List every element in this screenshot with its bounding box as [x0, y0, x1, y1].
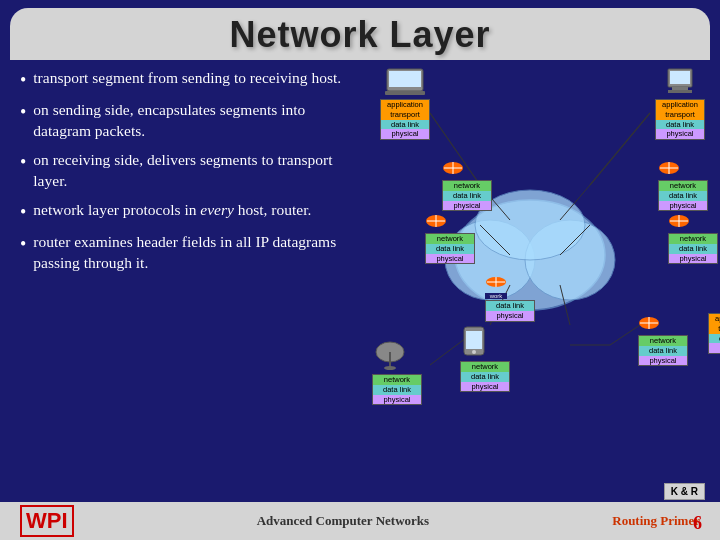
satellite-stack: network data link physical [372, 374, 422, 405]
page-title: Network Layer [229, 14, 490, 55]
page-number: 6 [693, 513, 702, 534]
topic-name: Routing Primer [612, 513, 700, 529]
svg-line-14 [610, 325, 640, 345]
receiver-stack: application transport data link physical [655, 99, 705, 140]
router-5-stack: data link physical [485, 300, 535, 322]
kg-badge: K & R [664, 483, 705, 500]
router-3: network data link physical [425, 213, 447, 233]
router-bottom: network data link physical [638, 315, 660, 335]
router-4: network data link physical [668, 213, 690, 233]
bullet-3: on receiving side, delivers segments to … [20, 150, 360, 192]
wpi-text: WPI [20, 505, 74, 537]
svg-rect-20 [672, 87, 688, 90]
router-4-stack: network data link physical [668, 233, 718, 264]
svg-point-42 [472, 350, 476, 354]
title-area: Network Layer [10, 8, 710, 60]
course-name: Advanced Computer Networks [257, 513, 429, 529]
sender-device-icon [385, 67, 425, 95]
wpi-logo: WPI [20, 505, 74, 537]
svg-line-8 [480, 225, 510, 255]
router-bottom-stack: network data link physical [638, 335, 688, 366]
satellite-device: network data link physical [372, 340, 408, 374]
receiver-device-icon [660, 67, 700, 95]
bullet-1: transport segment from sending to receiv… [20, 68, 360, 92]
bullet-4: network layer protocols in every host, r… [20, 200, 360, 224]
router-1: network data link physical [442, 160, 464, 180]
svg-line-7 [560, 185, 590, 220]
svg-rect-16 [389, 71, 421, 87]
svg-point-2 [525, 220, 615, 300]
router-3-stack: network data link physical [425, 233, 475, 264]
footer-bar: WPI Advanced Computer Networks Routing P… [0, 502, 720, 540]
svg-point-39 [384, 366, 396, 370]
svg-line-9 [560, 225, 590, 255]
sender-stack: application transport data link physical [380, 99, 430, 140]
svg-rect-19 [670, 71, 690, 84]
router-5-work: work data link physical [485, 275, 507, 300]
router-1-stack: network data link physical [442, 180, 492, 211]
svg-line-11 [560, 285, 570, 325]
bullet-5: router examines header fields in all IP … [20, 232, 360, 274]
svg-point-0 [455, 200, 605, 310]
mobile-stack: network data link physical [460, 361, 510, 392]
router-2: network data link physical [658, 160, 680, 180]
svg-line-5 [590, 113, 650, 185]
svg-rect-21 [668, 90, 692, 93]
router-2-stack: network data link physical [658, 180, 708, 211]
svg-rect-17 [385, 91, 425, 95]
bullet-2: on sending side, encapsulates segments i… [20, 100, 360, 142]
right-panel: application transport data link physical… [370, 60, 710, 510]
mobile-device: network data link physical [460, 325, 488, 361]
left-panel: transport segment from sending to receiv… [10, 60, 370, 510]
svg-rect-41 [466, 331, 482, 349]
